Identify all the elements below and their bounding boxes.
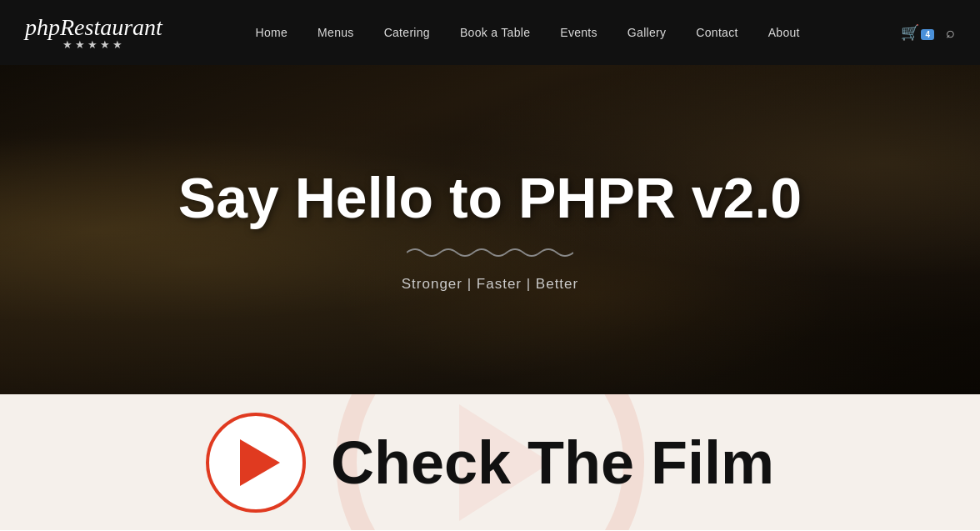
play-triangle-icon <box>240 439 280 486</box>
search-icon[interactable]: ⌕ <box>946 24 955 42</box>
hero-squiggle <box>178 243 802 266</box>
nav-about[interactable]: About <box>753 26 815 39</box>
nav-home[interactable]: Home <box>241 26 303 39</box>
cta-section: Check The Film <box>0 394 980 530</box>
nav-menus[interactable]: Menus <box>302 26 369 39</box>
cta-text: Check The Film <box>331 433 774 493</box>
hero-section: Say Hello to PHPR v2.0 Stronger | Faster… <box>0 65 980 394</box>
cart-icon[interactable]: 🛒4 <box>901 23 934 42</box>
hero-title: Say Hello to PHPR v2.0 <box>178 167 802 229</box>
nav-gallery[interactable]: Gallery <box>612 26 681 39</box>
main-nav: Home Menus Catering Book a Table Events … <box>241 26 815 39</box>
hero-content: Say Hello to PHPR v2.0 Stronger | Faster… <box>178 167 802 293</box>
logo[interactable]: phpRestaurant ★★★★★ <box>25 16 162 50</box>
logo-stars: ★★★★★ <box>25 39 162 50</box>
nav-events[interactable]: Events <box>545 26 612 39</box>
hero-subtitle: Stronger | Faster | Better <box>178 276 802 293</box>
nav-contact[interactable]: Contact <box>681 26 752 39</box>
nav-book-table[interactable]: Book a Table <box>445 26 545 39</box>
site-header: phpRestaurant ★★★★★ Home Menus Catering … <box>0 0 980 65</box>
logo-text: phpRestaurant <box>25 14 162 40</box>
nav-icons: 🛒4 ⌕ <box>901 23 955 42</box>
play-button[interactable] <box>206 413 306 513</box>
cart-badge: 4 <box>921 29 934 40</box>
nav-catering[interactable]: Catering <box>369 26 445 39</box>
